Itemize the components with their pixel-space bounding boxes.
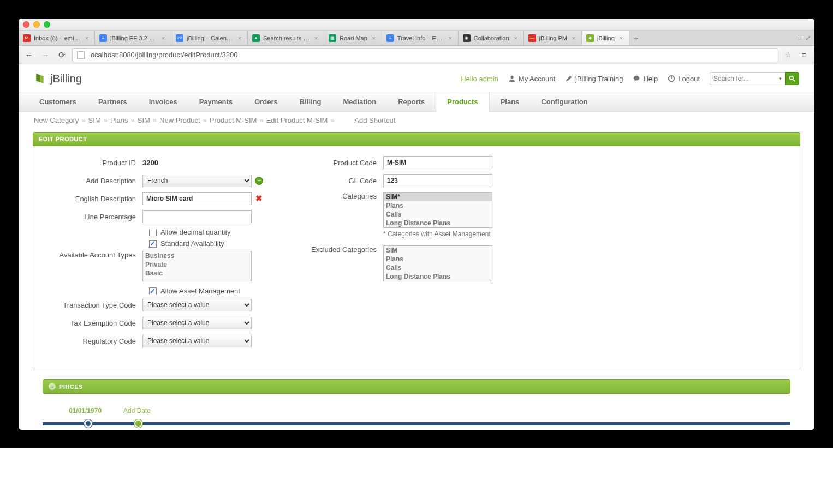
window-zoom-button[interactable] (44, 21, 50, 28)
breadcrumb-item[interactable]: SIM (88, 116, 101, 124)
allow-decimal-checkbox[interactable] (149, 229, 157, 236)
excluded-categories-listbox[interactable]: SIMPlansCallsLong Distance Plans (383, 245, 492, 281)
nav-item-reports[interactable]: Reports (387, 92, 436, 111)
regulatory-code-select[interactable]: Please select a value (142, 335, 252, 347)
breadcrumb-item[interactable]: New Product (159, 116, 200, 124)
forward-button[interactable]: → (39, 49, 51, 61)
browser-tab[interactable]: 22jBilling – Calend…× (171, 31, 248, 45)
list-item[interactable]: Basic (143, 269, 251, 278)
help-link[interactable]: Help (633, 75, 658, 83)
nav-item-customers[interactable]: Customers (28, 92, 87, 111)
add-shortcut-link[interactable]: Add Shortcut (354, 116, 395, 124)
timeline-point-start[interactable] (84, 419, 92, 428)
browser-tab[interactable]: ◆jBilling× (582, 31, 629, 45)
allow-asset-label: Allow Asset Management (160, 287, 240, 295)
tab-label: jBilling – Calend… (187, 35, 233, 41)
back-button[interactable]: ← (23, 49, 35, 61)
address-bar[interactable]: localhost:8080/jbilling/product/editProd… (72, 48, 778, 62)
tabstrip-menu-icon[interactable]: ≡ (798, 34, 802, 42)
line-percentage-input[interactable] (142, 210, 252, 223)
brand-logo[interactable]: jBilling (34, 73, 82, 85)
tax-exemption-select[interactable]: Please select a value (142, 317, 252, 329)
standard-availability-checkbox[interactable] (149, 240, 157, 248)
window-close-button[interactable] (23, 21, 29, 28)
browser-tab[interactable]: ▲Search results – …× (248, 31, 324, 45)
list-item[interactable]: Plans (384, 255, 492, 263)
transaction-type-select[interactable]: Please select a value (142, 299, 252, 311)
search-button[interactable] (785, 72, 799, 85)
timeline-add-date-link[interactable]: Add Date (123, 407, 151, 415)
timeline-point-add[interactable] (134, 419, 142, 428)
list-item[interactable]: Calls (384, 263, 492, 272)
gl-code-input[interactable] (383, 174, 492, 187)
tab-close-icon[interactable]: × (513, 35, 519, 41)
timeline-start-date[interactable]: 01/01/1970 (69, 407, 102, 415)
favicon-icon: ▦ (329, 34, 336, 42)
english-description-input[interactable] (142, 192, 252, 205)
list-item[interactable]: Business (143, 251, 251, 260)
add-description-button[interactable]: + (255, 177, 263, 185)
list-item[interactable]: Long Distance Plans (384, 272, 492, 281)
search-input[interactable] (710, 72, 775, 85)
tab-close-icon[interactable]: × (447, 35, 454, 41)
product-code-input[interactable] (383, 156, 492, 169)
nav-item-invoices[interactable]: Invoices (138, 92, 188, 111)
account-types-label: Available Account Types (55, 251, 142, 259)
prices-header[interactable]: – PRICES (43, 379, 790, 394)
breadcrumb-item[interactable]: New Category (34, 116, 79, 124)
tab-close-icon[interactable]: × (84, 35, 90, 41)
list-item[interactable]: SIM (384, 246, 492, 255)
list-item[interactable]: Calls (384, 210, 492, 219)
remove-description-button[interactable]: ✖ (255, 195, 263, 203)
window-expand-icon[interactable]: ⤢ (805, 34, 811, 42)
new-tab-button[interactable]: ＋ (629, 31, 644, 45)
add-description-select[interactable]: French (142, 175, 252, 187)
tab-close-icon[interactable]: × (313, 35, 319, 41)
nav-item-configuration[interactable]: Configuration (530, 92, 598, 111)
breadcrumb: New Category»SIM»Plans»SIM»New Product»P… (19, 112, 814, 129)
tab-close-icon[interactable]: × (618, 35, 624, 41)
tab-label: Collaboration (474, 35, 509, 41)
nav-item-mediation[interactable]: Mediation (332, 92, 387, 111)
browser-tab[interactable]: —jBilling PM× (524, 31, 582, 45)
breadcrumb-item[interactable]: Edit Product M-SIM (266, 116, 328, 124)
account-types-listbox[interactable]: BusinessPrivateBasic (142, 251, 252, 281)
nav-item-plans[interactable]: Plans (490, 92, 531, 111)
my-account-link[interactable]: My Account (508, 75, 555, 83)
breadcrumb-item[interactable]: Plans (110, 116, 128, 124)
list-item[interactable]: Private (143, 260, 251, 269)
list-item[interactable]: SIM* (384, 193, 492, 201)
nav-item-orders[interactable]: Orders (243, 92, 289, 111)
allow-asset-checkbox[interactable] (149, 287, 157, 295)
tab-close-icon[interactable]: × (371, 35, 377, 41)
browser-tab[interactable]: ≡Travel Info – Em…× (382, 31, 459, 45)
address-bar-text: localhost:8080/jbilling/product/editProd… (89, 51, 237, 59)
list-item[interactable]: Long Distance Plans (384, 219, 492, 227)
reload-button[interactable]: ⟳ (56, 49, 68, 61)
browser-menu-icon[interactable]: ≡ (798, 49, 810, 61)
user-icon (508, 75, 516, 82)
nav-item-partners[interactable]: Partners (87, 92, 138, 111)
categories-listbox[interactable]: SIM*PlansCallsLong Distance Plans (383, 192, 492, 228)
window-minimize-button[interactable] (33, 21, 40, 28)
list-item[interactable]: Plans (384, 201, 492, 210)
tab-close-icon[interactable]: × (570, 35, 577, 41)
nav-item-products[interactable]: Products (436, 92, 489, 112)
bookmark-star-icon[interactable]: ☆ (783, 51, 794, 59)
search-scope-dropdown[interactable]: ▾ (775, 72, 785, 85)
collapse-icon: – (49, 383, 56, 390)
browser-tab[interactable]: ▦Road Map× (324, 31, 382, 45)
browser-tab[interactable]: ≡jBilling EE 3.2.1 …× (95, 31, 171, 45)
tab-close-icon[interactable]: × (160, 35, 166, 41)
breadcrumb-item[interactable]: Product M-SIM (210, 116, 257, 124)
training-link[interactable]: jBilling Training (565, 75, 623, 83)
browser-tabstrip: MInbox (8) – emil…×≡jBilling EE 3.2.1 …×… (19, 31, 814, 46)
svg-point-6 (789, 76, 793, 80)
logout-link[interactable]: Logout (668, 75, 700, 83)
browser-tab[interactable]: ◉Collaboration× (459, 31, 524, 45)
nav-item-payments[interactable]: Payments (188, 92, 243, 111)
tab-close-icon[interactable]: × (236, 35, 243, 41)
nav-item-billing[interactable]: Billing (289, 92, 332, 111)
breadcrumb-item[interactable]: SIM (138, 116, 150, 124)
browser-tab[interactable]: MInbox (8) – emil…× (19, 31, 95, 45)
